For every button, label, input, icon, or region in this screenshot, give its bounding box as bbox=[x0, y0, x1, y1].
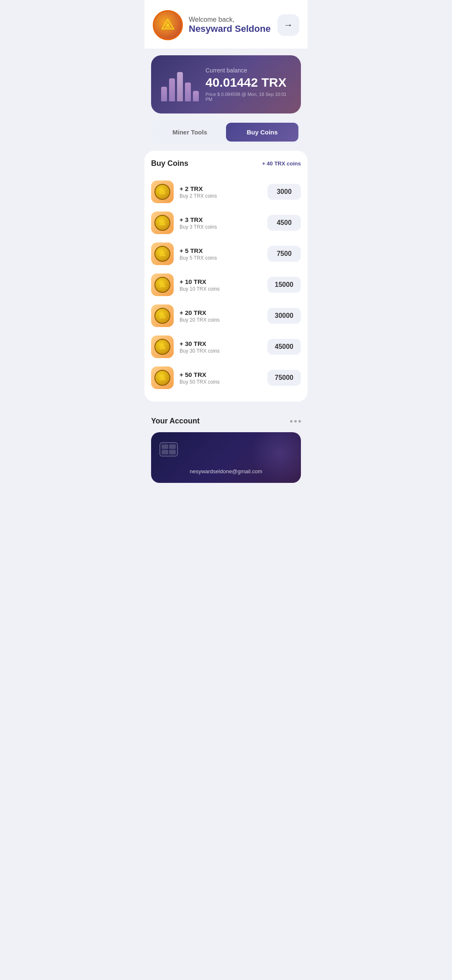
trx-logo-icon bbox=[160, 17, 176, 33]
account-section: Your Account nesywardseldone@gmail.com bbox=[144, 408, 308, 483]
coin-icon-5trx bbox=[151, 242, 174, 265]
coin-amount-label: + 20 TRX bbox=[180, 309, 262, 316]
buy-coins-section: Buy Coins + 40 TRX coins + 2 TRX Buy 2 T… bbox=[144, 151, 308, 402]
trx-coin-symbol bbox=[154, 215, 170, 231]
coin-text-2trx: + 2 TRX Buy 2 TRX coins bbox=[180, 185, 262, 199]
svg-point-16 bbox=[162, 377, 163, 379]
chart-bar-1 bbox=[161, 87, 167, 101]
balance-label: Current balance bbox=[205, 67, 291, 74]
navigate-button[interactable]: → bbox=[277, 14, 299, 36]
username-label: Nesyward Seldone bbox=[189, 23, 272, 34]
trx-badge: + 40 TRX coins bbox=[262, 160, 301, 167]
coin-item-5trx[interactable]: + 5 TRX Buy 5 TRX coins 7500 bbox=[151, 238, 301, 269]
tab-buy-coins[interactable]: Buy Coins bbox=[226, 123, 298, 142]
coin-text-10trx: + 10 TRX Buy 10 TRX coins bbox=[180, 278, 262, 292]
app-header: Welcome back, Nesyward Seldone → bbox=[144, 0, 308, 49]
coin-desc-label: Buy 10 TRX coins bbox=[180, 286, 262, 292]
coin-text-20trx: + 20 TRX Buy 20 TRX coins bbox=[180, 309, 262, 323]
coin-icon-3trx bbox=[151, 211, 174, 234]
coin-item-20trx[interactable]: + 20 TRX Buy 20 TRX coins 30000 bbox=[151, 300, 301, 331]
card-chip-icon bbox=[159, 442, 178, 456]
chart-bar-2 bbox=[169, 78, 175, 101]
dot-2 bbox=[294, 420, 297, 423]
dot-1 bbox=[290, 420, 293, 423]
coin-text-5trx: + 5 TRX Buy 5 TRX coins bbox=[180, 247, 262, 261]
tabs-bar: Miner Tools Buy Coins bbox=[151, 120, 301, 144]
coin-amount-label: + 50 TRX bbox=[180, 371, 262, 378]
coin-icon-30trx bbox=[151, 335, 174, 358]
balance-chart bbox=[161, 68, 199, 101]
coin-item-30trx[interactable]: + 30 TRX Buy 30 TRX coins 45000 bbox=[151, 331, 301, 362]
coin-amount-label: + 3 TRX bbox=[180, 216, 262, 223]
account-header: Your Account bbox=[151, 417, 301, 426]
coin-desc-label: Buy 20 TRX coins bbox=[180, 317, 262, 323]
coin-amount-label: + 2 TRX bbox=[180, 185, 262, 192]
buy-coins-header: Buy Coins + 40 TRX coins bbox=[151, 159, 301, 168]
coin-price-3trx[interactable]: 4500 bbox=[267, 215, 301, 231]
balance-amount: 40.01442 TRX bbox=[205, 75, 291, 89]
header-text-block: Welcome back, Nesyward Seldone bbox=[189, 16, 272, 34]
svg-point-12 bbox=[162, 315, 163, 317]
arrow-right-icon: → bbox=[284, 20, 293, 31]
trx-coin-symbol bbox=[154, 308, 170, 324]
coin-text-50trx: + 50 TRX Buy 50 TRX coins bbox=[180, 371, 262, 385]
coin-icon-2trx bbox=[151, 181, 174, 203]
coin-icon-20trx bbox=[151, 304, 174, 327]
svg-point-2 bbox=[167, 24, 169, 26]
coin-item-2trx[interactable]: + 2 TRX Buy 2 TRX coins 3000 bbox=[151, 176, 301, 207]
svg-point-4 bbox=[162, 191, 163, 193]
coin-desc-label: Buy 2 TRX coins bbox=[180, 193, 262, 199]
trx-coin-symbol bbox=[154, 184, 170, 200]
coin-text-30trx: + 30 TRX Buy 30 TRX coins bbox=[180, 340, 262, 354]
tab-miner-tools[interactable]: Miner Tools bbox=[154, 123, 226, 142]
balance-price: Price $ 0.084598 @ Mon, 18 Sep 10:01 PM bbox=[205, 92, 291, 102]
svg-point-6 bbox=[162, 222, 163, 224]
coin-amount-label: + 5 TRX bbox=[180, 247, 262, 254]
avatar bbox=[153, 10, 183, 40]
welcome-label: Welcome back, bbox=[189, 16, 272, 23]
coin-price-5trx[interactable]: 7500 bbox=[267, 246, 301, 262]
coin-items-list: + 2 TRX Buy 2 TRX coins 3000 + 3 TRX Buy… bbox=[151, 176, 301, 393]
dot-3 bbox=[298, 420, 301, 423]
coin-icon-50trx bbox=[151, 366, 174, 389]
coin-amount-label: + 10 TRX bbox=[180, 278, 262, 285]
coin-text-3trx: + 3 TRX Buy 3 TRX coins bbox=[180, 216, 262, 230]
balance-info: Current balance 40.01442 TRX Price $ 0.0… bbox=[205, 67, 291, 102]
chart-bar-4 bbox=[185, 83, 191, 101]
coin-price-50trx[interactable]: 75000 bbox=[267, 370, 301, 386]
account-title: Your Account bbox=[151, 417, 200, 426]
trx-coin-symbol bbox=[154, 339, 170, 355]
trx-coin-symbol bbox=[154, 277, 170, 293]
coin-icon-10trx bbox=[151, 273, 174, 296]
coin-desc-label: Buy 30 TRX coins bbox=[180, 348, 262, 354]
buy-coins-title: Buy Coins bbox=[151, 159, 188, 168]
coin-price-2trx[interactable]: 3000 bbox=[267, 184, 301, 200]
chart-bar-3 bbox=[177, 72, 183, 101]
coin-amount-label: + 30 TRX bbox=[180, 340, 262, 347]
coin-price-10trx[interactable]: 15000 bbox=[267, 277, 301, 293]
trx-coin-symbol bbox=[154, 246, 170, 262]
coin-desc-label: Buy 3 TRX coins bbox=[180, 224, 262, 230]
account-card: nesywardseldone@gmail.com bbox=[151, 432, 301, 483]
trx-coin-symbol bbox=[154, 370, 170, 386]
balance-card: Current balance 40.01442 TRX Price $ 0.0… bbox=[151, 55, 301, 113]
svg-point-8 bbox=[162, 253, 163, 255]
coin-item-3trx[interactable]: + 3 TRX Buy 3 TRX coins 4500 bbox=[151, 207, 301, 238]
svg-point-14 bbox=[162, 346, 163, 348]
coin-desc-label: Buy 5 TRX coins bbox=[180, 255, 262, 261]
account-menu-button[interactable] bbox=[290, 420, 301, 423]
coin-item-50trx[interactable]: + 50 TRX Buy 50 TRX coins 75000 bbox=[151, 362, 301, 393]
card-glow-decoration bbox=[251, 432, 301, 482]
coin-item-10trx[interactable]: + 10 TRX Buy 10 TRX coins 15000 bbox=[151, 269, 301, 300]
coin-price-30trx[interactable]: 45000 bbox=[267, 339, 301, 355]
svg-point-10 bbox=[162, 284, 163, 286]
account-email: nesywardseldone@gmail.com bbox=[159, 468, 293, 475]
coin-price-20trx[interactable]: 30000 bbox=[267, 308, 301, 324]
coin-desc-label: Buy 50 TRX coins bbox=[180, 379, 262, 385]
chart-bar-5 bbox=[193, 91, 199, 101]
